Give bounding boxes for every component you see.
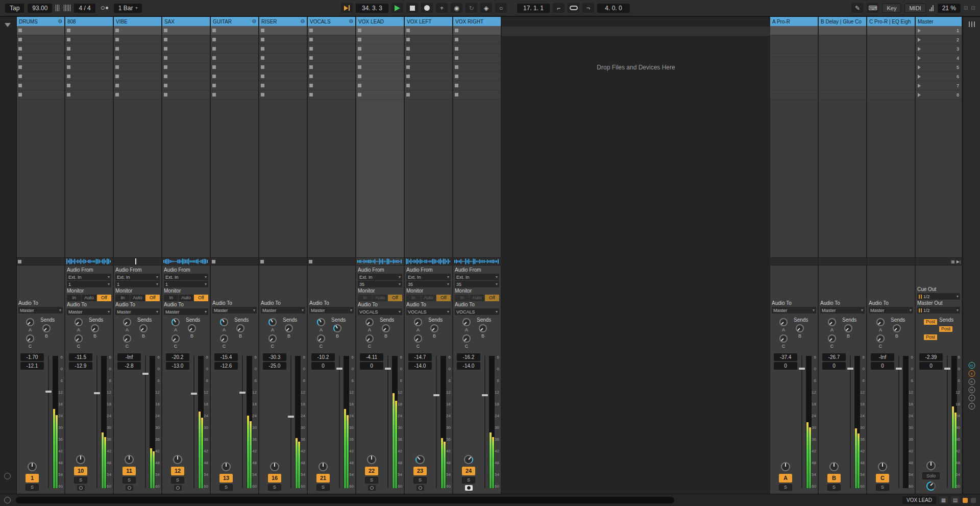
clip-slot[interactable] <box>17 35 64 44</box>
clip-stop-button[interactable] <box>261 84 264 87</box>
send-c-knob[interactable] <box>220 334 228 343</box>
clip-stop-button[interactable] <box>164 65 167 69</box>
send-b-knob[interactable] <box>42 324 51 332</box>
clip-slot[interactable] <box>162 72 210 81</box>
send-b-knob[interactable] <box>91 324 99 332</box>
clip-slot[interactable] <box>356 72 404 81</box>
clip-slot[interactable] <box>65 72 113 81</box>
send-b-knob[interactable] <box>796 324 804 332</box>
monitor-off-button[interactable]: Off <box>194 295 208 301</box>
output-select[interactable]: Master▾ <box>164 308 208 315</box>
fader-track[interactable] <box>48 356 49 488</box>
track-header-vibe[interactable]: VIBE <box>114 17 161 26</box>
clip-stop-button[interactable] <box>18 38 22 41</box>
track-header-vox-left[interactable]: VOX LEFT <box>405 17 452 26</box>
clip-slot[interactable] <box>308 90 355 100</box>
clip-slot[interactable] <box>453 54 501 63</box>
send-b-knob[interactable] <box>236 324 244 332</box>
clip-slot[interactable] <box>405 35 452 44</box>
scene-launch-icon[interactable] <box>918 56 921 60</box>
clip-slot[interactable] <box>211 90 258 100</box>
output-select[interactable]: Master▾ <box>820 307 865 314</box>
scene-slot-2[interactable]: 2 <box>916 35 962 44</box>
input-channel-select[interactable]: 35▾ <box>358 281 402 287</box>
send-c-knob[interactable] <box>26 334 34 343</box>
session-grid-icon[interactable]: ▦ <box>939 496 948 504</box>
clip-stop-button[interactable] <box>212 65 216 69</box>
output-select[interactable]: VOCALS▾ <box>406 308 451 315</box>
metronome-button[interactable] <box>99 4 110 12</box>
clip-slot[interactable] <box>162 54 210 63</box>
master-out-select[interactable]: 1/2▾ <box>917 307 960 314</box>
monitor-in-button[interactable]: In <box>406 295 421 301</box>
scene-launch-icon[interactable] <box>918 29 921 33</box>
clip-stop-button[interactable] <box>455 56 458 60</box>
pan-knob[interactable] <box>829 462 839 471</box>
clip-slot[interactable] <box>308 54 355 63</box>
scene-launch-icon[interactable] <box>918 65 921 69</box>
clip-slot[interactable] <box>114 44 161 54</box>
monitor-off-button[interactable]: Off <box>485 295 499 301</box>
pan-knob[interactable] <box>318 462 328 471</box>
clip-slot[interactable] <box>453 81 501 90</box>
post-toggle-c[interactable]: Post <box>924 334 937 340</box>
volume-field[interactable]: 0 <box>360 362 383 370</box>
cue-out-select[interactable]: 1/2▾ <box>917 293 960 300</box>
master-solo-button[interactable]: Solo <box>922 472 940 479</box>
scene-launch-icon[interactable] <box>918 84 921 88</box>
clip-stop-button[interactable] <box>261 29 264 32</box>
clip-slot[interactable] <box>405 90 452 100</box>
clip-slot[interactable] <box>114 35 161 44</box>
send-a-knob[interactable] <box>26 318 34 326</box>
pan-knob[interactable] <box>781 462 790 471</box>
track-header-vox-lead[interactable]: VOX LEAD <box>356 17 404 26</box>
track-activator[interactable]: 11 <box>122 467 136 475</box>
send-c-knob[interactable] <box>123 334 131 343</box>
clip-stop-button[interactable] <box>455 29 458 32</box>
scene-slot-4[interactable]: 4 <box>916 54 962 63</box>
clip-stop-button[interactable] <box>18 84 22 87</box>
send-a-knob[interactable] <box>268 318 277 326</box>
clip-stop-button[interactable] <box>455 47 458 51</box>
peak-level-field[interactable]: -Inf <box>871 353 894 361</box>
send-a-knob[interactable] <box>317 318 325 326</box>
clip-slot[interactable] <box>453 90 501 100</box>
clip-slot[interactable] <box>162 63 210 72</box>
clip-stop-button[interactable] <box>406 75 410 78</box>
output-select[interactable]: Master▾ <box>115 308 160 315</box>
clip-stop-button[interactable] <box>260 260 264 263</box>
send-a-knob[interactable] <box>414 318 422 326</box>
clip-slot[interactable] <box>259 44 307 54</box>
clip-slot[interactable] <box>356 90 404 100</box>
fader-track[interactable] <box>145 356 146 488</box>
group-unfold-icon[interactable]: ⊖ <box>301 19 305 24</box>
track-activator[interactable]: A <box>779 474 792 483</box>
clip-stop-button[interactable] <box>309 260 312 263</box>
send-b-knob[interactable] <box>139 324 148 332</box>
group-unfold-icon[interactable]: ⊖ <box>252 19 256 24</box>
mixer-toggle-io[interactable]: IO <box>968 362 975 369</box>
fader-track[interactable] <box>339 356 340 488</box>
clip-slot[interactable] <box>356 81 404 90</box>
output-select[interactable]: Master▾ <box>772 307 816 314</box>
clip-slot[interactable] <box>259 72 307 81</box>
pan-knob[interactable] <box>125 455 134 464</box>
send-a-knob[interactable] <box>123 318 131 326</box>
clip-stop-button[interactable] <box>309 38 313 41</box>
monitor-auto-button[interactable]: Auto <box>470 295 484 301</box>
clip-stop-button[interactable] <box>455 65 458 69</box>
volume-field[interactable]: -13.0 <box>166 362 189 370</box>
draw-mode-button[interactable]: ✎ <box>851 3 863 13</box>
clip-slot[interactable] <box>308 35 355 44</box>
fader-track[interactable] <box>290 356 291 488</box>
clip-stop-button[interactable] <box>261 65 264 69</box>
volume-fader-handle[interactable] <box>799 368 805 370</box>
fader-track[interactable] <box>193 356 194 488</box>
clip-slot[interactable] <box>356 63 404 72</box>
clip-slot[interactable] <box>114 72 161 81</box>
clip-stop-button[interactable] <box>455 93 458 97</box>
punch-out-button[interactable]: ¬ <box>582 3 594 13</box>
clip-stop-button[interactable] <box>309 56 313 60</box>
nudge-up-button[interactable] <box>64 5 70 11</box>
send-c-knob[interactable] <box>779 334 788 343</box>
